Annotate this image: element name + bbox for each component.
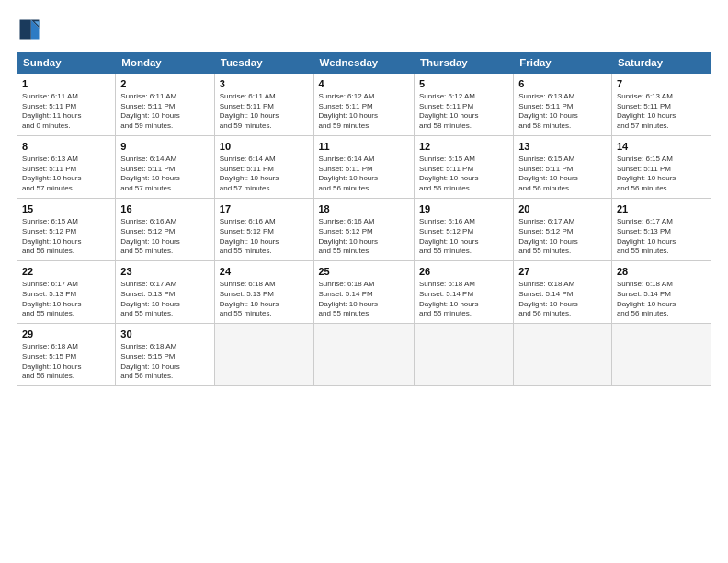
day-info: Sunrise: 6:17 AM Sunset: 5:13 PM Dayligh… <box>120 280 209 319</box>
day-cell: 5Sunrise: 6:12 AM Sunset: 5:11 PM Daylig… <box>414 74 513 136</box>
col-header-friday: Friday <box>514 52 612 74</box>
svg-rect-2 <box>20 20 31 40</box>
day-info: Sunrise: 6:17 AM Sunset: 5:13 PM Dayligh… <box>22 280 110 319</box>
day-cell: 15Sunrise: 6:15 AM Sunset: 5:12 PM Dayli… <box>17 199 116 261</box>
day-cell: 3Sunrise: 6:11 AM Sunset: 5:11 PM Daylig… <box>214 74 313 136</box>
day-info: Sunrise: 6:15 AM Sunset: 5:11 PM Dayligh… <box>518 155 607 194</box>
day-number: 25 <box>319 265 409 279</box>
day-info: Sunrise: 6:11 AM Sunset: 5:11 PM Dayligh… <box>220 92 309 132</box>
header-row: SundayMondayTuesdayWednesdayThursdayFrid… <box>17 52 711 74</box>
day-number: 4 <box>319 77 409 91</box>
day-info: Sunrise: 6:18 AM Sunset: 5:13 PM Dayligh… <box>220 280 309 319</box>
day-cell: 28Sunrise: 6:18 AM Sunset: 5:14 PM Dayli… <box>611 261 711 324</box>
day-cell: 21Sunrise: 6:17 AM Sunset: 5:13 PM Dayli… <box>611 199 711 261</box>
day-cell: 8Sunrise: 6:13 AM Sunset: 5:11 PM Daylig… <box>17 136 116 199</box>
day-info: Sunrise: 6:14 AM Sunset: 5:11 PM Dayligh… <box>220 155 309 194</box>
day-cell: 17Sunrise: 6:16 AM Sunset: 5:12 PM Dayli… <box>214 199 313 261</box>
day-cell: 7Sunrise: 6:13 AM Sunset: 5:11 PM Daylig… <box>611 74 711 136</box>
day-number: 8 <box>22 140 110 154</box>
day-cell: 22Sunrise: 6:17 AM Sunset: 5:13 PM Dayli… <box>17 261 116 324</box>
day-number: 7 <box>617 77 706 91</box>
day-info: Sunrise: 6:13 AM Sunset: 5:11 PM Dayligh… <box>617 92 706 132</box>
col-header-tuesday: Tuesday <box>214 52 313 74</box>
day-number: 9 <box>120 140 209 154</box>
day-number: 15 <box>22 202 110 216</box>
day-info: Sunrise: 6:17 AM Sunset: 5:13 PM Dayligh… <box>617 217 706 257</box>
day-number: 11 <box>319 140 409 154</box>
day-number: 10 <box>220 140 309 154</box>
col-header-sunday: Sunday <box>17 52 116 74</box>
day-cell: 19Sunrise: 6:16 AM Sunset: 5:12 PM Dayli… <box>414 199 513 261</box>
col-header-thursday: Thursday <box>414 52 513 74</box>
logo <box>17 17 46 42</box>
day-cell: 1Sunrise: 6:11 AM Sunset: 5:11 PM Daylig… <box>17 74 116 136</box>
week-row-2: 8Sunrise: 6:13 AM Sunset: 5:11 PM Daylig… <box>17 136 711 199</box>
day-cell: 25Sunrise: 6:18 AM Sunset: 5:14 PM Dayli… <box>313 261 414 324</box>
day-info: Sunrise: 6:11 AM Sunset: 5:11 PM Dayligh… <box>120 92 209 132</box>
day-cell: 24Sunrise: 6:18 AM Sunset: 5:13 PM Dayli… <box>214 261 313 324</box>
week-row-3: 15Sunrise: 6:15 AM Sunset: 5:12 PM Dayli… <box>17 199 711 261</box>
day-info: Sunrise: 6:14 AM Sunset: 5:11 PM Dayligh… <box>120 155 209 194</box>
day-info: Sunrise: 6:18 AM Sunset: 5:14 PM Dayligh… <box>319 280 409 319</box>
day-number: 13 <box>518 140 607 154</box>
logo-icon <box>17 17 42 42</box>
day-cell: 23Sunrise: 6:17 AM Sunset: 5:13 PM Dayli… <box>116 261 214 324</box>
day-number: 29 <box>22 327 110 341</box>
day-cell: 29Sunrise: 6:18 AM Sunset: 5:15 PM Dayli… <box>17 324 116 386</box>
day-number: 18 <box>319 202 409 216</box>
day-cell: 18Sunrise: 6:16 AM Sunset: 5:12 PM Dayli… <box>313 199 414 261</box>
day-number: 28 <box>617 265 706 279</box>
day-number: 24 <box>220 265 309 279</box>
day-number: 21 <box>617 202 706 216</box>
week-row-1: 1Sunrise: 6:11 AM Sunset: 5:11 PM Daylig… <box>17 74 711 136</box>
day-number: 23 <box>120 265 209 279</box>
day-number: 26 <box>419 265 508 279</box>
day-number: 17 <box>220 202 309 216</box>
day-info: Sunrise: 6:18 AM Sunset: 5:15 PM Dayligh… <box>22 342 110 382</box>
day-info: Sunrise: 6:15 AM Sunset: 5:12 PM Dayligh… <box>22 217 110 257</box>
week-row-4: 22Sunrise: 6:17 AM Sunset: 5:13 PM Dayli… <box>17 261 711 324</box>
day-info: Sunrise: 6:13 AM Sunset: 5:11 PM Dayligh… <box>22 155 110 194</box>
day-cell: 14Sunrise: 6:15 AM Sunset: 5:11 PM Dayli… <box>611 136 711 199</box>
day-cell: 2Sunrise: 6:11 AM Sunset: 5:11 PM Daylig… <box>116 74 214 136</box>
col-header-wednesday: Wednesday <box>313 52 414 74</box>
day-cell <box>414 324 513 386</box>
header <box>17 17 711 42</box>
day-info: Sunrise: 6:17 AM Sunset: 5:12 PM Dayligh… <box>518 217 607 257</box>
day-cell: 4Sunrise: 6:12 AM Sunset: 5:11 PM Daylig… <box>313 74 414 136</box>
day-number: 5 <box>419 77 508 91</box>
day-cell <box>214 324 313 386</box>
day-cell <box>313 324 414 386</box>
calendar-table: SundayMondayTuesdayWednesdayThursdayFrid… <box>17 52 711 386</box>
day-info: Sunrise: 6:15 AM Sunset: 5:11 PM Dayligh… <box>419 155 508 194</box>
day-info: Sunrise: 6:18 AM Sunset: 5:15 PM Dayligh… <box>120 342 209 382</box>
day-cell <box>514 324 612 386</box>
day-number: 30 <box>120 327 209 341</box>
day-info: Sunrise: 6:16 AM Sunset: 5:12 PM Dayligh… <box>419 217 508 257</box>
day-info: Sunrise: 6:16 AM Sunset: 5:12 PM Dayligh… <box>120 217 209 257</box>
day-cell <box>611 324 711 386</box>
day-info: Sunrise: 6:18 AM Sunset: 5:14 PM Dayligh… <box>419 280 508 319</box>
day-cell: 13Sunrise: 6:15 AM Sunset: 5:11 PM Dayli… <box>514 136 612 199</box>
day-number: 22 <box>22 265 110 279</box>
day-number: 1 <box>22 77 110 91</box>
col-header-monday: Monday <box>116 52 214 74</box>
day-info: Sunrise: 6:14 AM Sunset: 5:11 PM Dayligh… <box>319 155 409 194</box>
day-number: 2 <box>120 77 209 91</box>
day-number: 12 <box>419 140 508 154</box>
day-cell: 9Sunrise: 6:14 AM Sunset: 5:11 PM Daylig… <box>116 136 214 199</box>
day-cell: 30Sunrise: 6:18 AM Sunset: 5:15 PM Dayli… <box>116 324 214 386</box>
day-info: Sunrise: 6:16 AM Sunset: 5:12 PM Dayligh… <box>319 217 409 257</box>
day-cell: 6Sunrise: 6:13 AM Sunset: 5:11 PM Daylig… <box>514 74 612 136</box>
day-info: Sunrise: 6:12 AM Sunset: 5:11 PM Dayligh… <box>319 92 409 132</box>
day-number: 20 <box>518 202 607 216</box>
day-info: Sunrise: 6:18 AM Sunset: 5:14 PM Dayligh… <box>518 280 607 319</box>
week-row-5: 29Sunrise: 6:18 AM Sunset: 5:15 PM Dayli… <box>17 324 711 386</box>
day-info: Sunrise: 6:11 AM Sunset: 5:11 PM Dayligh… <box>22 92 110 132</box>
col-header-saturday: Saturday <box>611 52 711 74</box>
day-number: 19 <box>419 202 508 216</box>
day-info: Sunrise: 6:18 AM Sunset: 5:14 PM Dayligh… <box>617 280 706 319</box>
day-cell: 26Sunrise: 6:18 AM Sunset: 5:14 PM Dayli… <box>414 261 513 324</box>
day-number: 14 <box>617 140 706 154</box>
day-cell: 12Sunrise: 6:15 AM Sunset: 5:11 PM Dayli… <box>414 136 513 199</box>
